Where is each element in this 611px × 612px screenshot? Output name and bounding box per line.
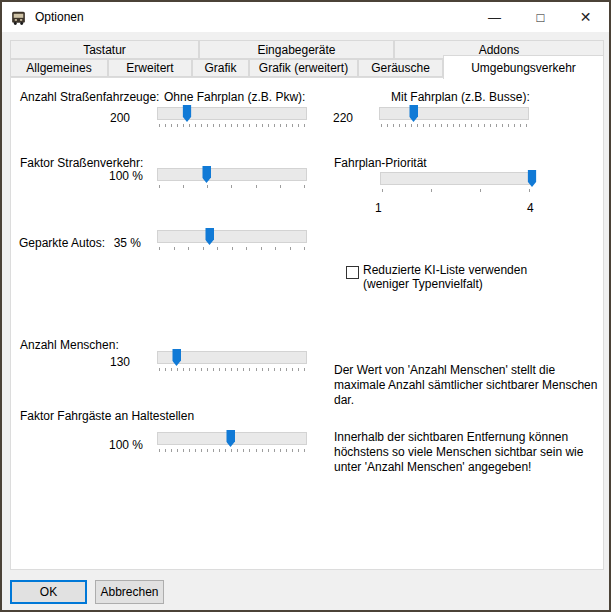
tab-umgebungsverkehr[interactable]: Umgebungsverkehr — [443, 55, 604, 79]
ok-button[interactable]: OK — [10, 580, 87, 604]
cancel-button[interactable]: Abbrechen — [95, 580, 164, 604]
maximize-button[interactable]: □ — [518, 2, 563, 32]
tab-grafik[interactable]: Grafik — [192, 59, 249, 77]
tab-tastatur[interactable]: Tastatur — [10, 40, 199, 59]
bus-app-icon — [10, 9, 27, 26]
slider-ticks — [159, 368, 305, 371]
minimize-button[interactable]: — — [472, 2, 517, 32]
title-bar: Optionen — □ ✕ — [2, 2, 609, 32]
tab-label: Geräusche — [371, 61, 430, 75]
value-geparkte-autos: 35 % — [114, 236, 141, 250]
tab-label: Eingabegeräte — [257, 43, 335, 57]
priority-max-label: 4 — [527, 201, 534, 215]
options-dialog: { "window": { "title": "Optionen", "cont… — [0, 0, 611, 612]
slider-track[interactable] — [157, 168, 307, 181]
reduced-ki-list-checkbox-row: Reduzierte KI-Liste verwenden (weniger T… — [346, 263, 527, 291]
ok-button-label: OK — [40, 585, 57, 599]
priority-min-label: 1 — [375, 201, 382, 215]
label-ohne-fahrplan: Ohne Fahrplan (z.B. Pkw): — [164, 90, 305, 104]
slider-ohne-fahrplan[interactable] — [157, 107, 307, 131]
value-faktor-fahrgaeste: 100 % — [109, 438, 143, 452]
tab-grafik-erweitert[interactable]: Grafik (erweitert) — [249, 59, 358, 77]
close-icon: ✕ — [580, 9, 592, 25]
reduced-ki-list-checkbox[interactable] — [346, 266, 359, 279]
label-faktor-strassenverkehr: Faktor Straßenverkehr: — [20, 156, 143, 170]
value-faktor-strassenverkehr: 100 % — [109, 169, 143, 183]
maximize-icon: □ — [537, 10, 545, 25]
slider-fahrplan-prioritaet[interactable] — [380, 172, 532, 196]
tab-label: Umgebungsverkehr — [471, 61, 576, 75]
cancel-button-label: Abbrechen — [100, 585, 158, 599]
slider-ticks — [381, 124, 527, 127]
tab-erweitert[interactable]: Erweitert — [108, 59, 192, 77]
slider-track[interactable] — [157, 107, 307, 120]
value-mit-fahrplan: 220 — [333, 111, 353, 125]
tab-label: Grafik — [204, 61, 236, 75]
slider-ticks — [159, 247, 305, 250]
slider-track[interactable] — [157, 230, 307, 243]
tab-page-umgebungsverkehr — [10, 77, 604, 570]
value-ohne-fahrplan: 200 — [110, 111, 130, 125]
slider-ticks — [382, 189, 530, 192]
tab-label: Allgemeines — [26, 61, 91, 75]
tab-label: Tastatur — [83, 43, 126, 57]
window-title: Optionen — [35, 10, 84, 24]
slider-track[interactable] — [380, 172, 532, 185]
tab-label: Grafik (erweitert) — [259, 61, 348, 75]
slider-faktor-fahrgaeste[interactable] — [157, 432, 307, 456]
note-anzahl-menschen: Der Wert von 'Anzahl Menschen' stellt di… — [334, 363, 606, 408]
tab-label: Erweitert — [126, 61, 173, 75]
tab-allgemeines[interactable]: Allgemeines — [10, 59, 108, 77]
slider-ticks — [159, 449, 305, 452]
reduced-ki-list-label: Reduzierte KI-Liste verwenden (weniger T… — [363, 263, 527, 291]
slider-track[interactable] — [379, 107, 529, 120]
close-button[interactable]: ✕ — [563, 2, 608, 32]
tab-eingabegeraete[interactable]: Eingabegeräte — [199, 40, 394, 59]
label-anzahl-menschen: Anzahl Menschen: — [20, 338, 119, 352]
label-faktor-fahrgaeste: Faktor Fahrgäste an Haltestellen — [20, 409, 194, 423]
slider-mit-fahrplan[interactable] — [379, 107, 529, 131]
slider-ticks — [159, 185, 305, 188]
label-fahrplan-prioritaet: Fahrplan-Priorität — [334, 156, 427, 170]
label-geparkte-autos: Geparkte Autos: — [19, 236, 105, 250]
slider-geparkte-autos[interactable] — [157, 230, 307, 254]
slider-anzahl-menschen[interactable] — [157, 351, 307, 375]
label-mit-fahrplan: Mit Fahrplan (z.B. Busse): — [391, 90, 530, 104]
label-anzahl-strassenfahrzeuge: Anzahl Straßenfahrzeuge: — [20, 90, 159, 104]
slider-faktor-strassenverkehr[interactable] — [157, 168, 307, 192]
value-anzahl-menschen: 130 — [110, 355, 130, 369]
slider-ticks — [159, 124, 305, 127]
checkbox-label-line1: Reduzierte KI-Liste verwenden — [363, 263, 527, 277]
minimize-icon: — — [488, 10, 501, 25]
tab-geraeusche[interactable]: Geräusche — [358, 59, 443, 77]
checkbox-label-line2: (weniger Typenvielfalt) — [363, 277, 527, 291]
note-faktor-fahrgaeste: Innerhalb der sichtbaren Entfernung könn… — [334, 430, 606, 475]
